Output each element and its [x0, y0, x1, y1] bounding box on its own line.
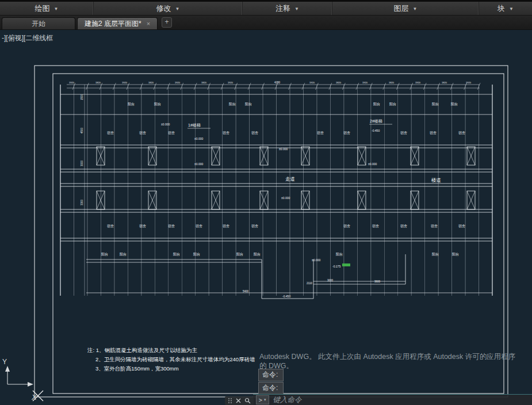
- svg-text:宿舍: 宿舍: [139, 131, 146, 135]
- svg-text:阳台: 阳台: [373, 102, 380, 106]
- ribbon-tab-annotate-label: 注释: [275, 3, 290, 14]
- svg-text:阳台: 阳台: [229, 102, 236, 106]
- svg-text:1820: 1820: [442, 81, 447, 84]
- close-icon[interactable]: ×: [147, 21, 150, 27]
- svg-text:宿舍: 宿舍: [458, 224, 465, 228]
- command-prompt-icon[interactable]: > ▾: [256, 395, 269, 404]
- svg-text:±0.000: ±0.000: [279, 147, 288, 151]
- svg-text:阳台: 阳台: [389, 102, 396, 106]
- svg-text:2、卫生间分隔墙为砖砌隔墙，其余未标注尺寸墙体均为240厚砖: 2、卫生间分隔墙为砖砌隔墙，其余未标注尺寸墙体均为240厚砖墙: [95, 356, 255, 362]
- svg-text:阳台: 阳台: [236, 253, 243, 257]
- svg-text:1820: 1820: [148, 81, 154, 84]
- ribbon-bar: 绘图 ▼ 修改 ▼ 注释 ▼ 图层 ▼ 块 ▼: [0, 0, 532, 16]
- svg-text:宿舍: 宿舍: [251, 131, 258, 135]
- command-message-line2: 的 DWG。: [259, 361, 532, 370]
- ribbon-tab-modify[interactable]: 修改 ▼: [94, 2, 243, 15]
- search-icon[interactable]: [244, 398, 251, 404]
- new-tab-button[interactable]: +: [162, 17, 172, 28]
- svg-text:宿舍: 宿舍: [107, 224, 114, 228]
- svg-text:走道: 走道: [285, 176, 295, 182]
- svg-text:宿舍: 宿舍: [139, 224, 146, 228]
- svg-text:阳台: 阳台: [245, 102, 252, 106]
- svg-text:宿舍: 宿舍: [343, 131, 350, 135]
- ribbon-tab-block-label: 块: [497, 3, 505, 14]
- svg-text:±0.000: ±0.000: [368, 162, 377, 166]
- prompt-caret-icon: >: [259, 397, 262, 403]
- file-tab-bar: 开始 建施2 底层平面图* × +: [0, 16, 532, 30]
- ribbon-tab-layers[interactable]: 图层 ▼: [332, 2, 479, 15]
- chevron-down-icon: ▼: [413, 6, 418, 12]
- tab-start-label: 开始: [32, 19, 45, 29]
- grip-dots-icon[interactable]: [228, 398, 232, 404]
- svg-text:宿舍: 宿舍: [196, 224, 202, 228]
- svg-text:阳台: 阳台: [120, 253, 127, 257]
- chevron-down-icon: ▼: [54, 6, 59, 12]
- svg-text:宿舍: 宿舍: [251, 224, 258, 228]
- svg-text:X: X: [31, 393, 37, 402]
- svg-text:1920: 1920: [122, 81, 128, 84]
- svg-text:宿舍: 宿舍: [223, 224, 229, 228]
- svg-text:4500: 4500: [81, 127, 83, 133]
- command-input-placeholder: 键入命令: [273, 395, 302, 405]
- command-prompt-history-2: 命令:: [258, 382, 284, 395]
- close-icon[interactable]: [236, 398, 241, 403]
- svg-text:3300: 3300: [81, 199, 83, 205]
- ribbon-tab-block[interactable]: 块 ▼: [479, 2, 532, 15]
- command-prompt-history-1: 命令:: [258, 369, 284, 381]
- svg-text:1920: 1920: [175, 81, 181, 84]
- svg-text:±0.000: ±0.000: [194, 162, 203, 166]
- tab-drawing-active[interactable]: 建施2 底层平面图* ×: [77, 17, 158, 29]
- svg-text:阳台: 阳台: [193, 253, 200, 257]
- svg-text:-0.450: -0.450: [372, 129, 380, 132]
- tab-start[interactable]: 开始: [2, 17, 75, 29]
- svg-text:5400: 5400: [243, 290, 249, 293]
- svg-text:阳台: 阳台: [432, 102, 439, 106]
- floor-plan-drawing: 阳台阳台阳台阳台阳台阳台阳台阳台宿舍宿舍宿舍宿舍宿舍宿舍宿舍宿舍宿舍宿舍1#楼梯…: [0, 30, 532, 405]
- svg-text:宿舍: 宿舍: [317, 131, 324, 135]
- svg-text:2110: 2110: [307, 282, 312, 285]
- svg-text:宿舍: 宿舍: [107, 131, 114, 135]
- svg-text:1820: 1820: [389, 81, 395, 84]
- ribbon-tab-draw[interactable]: 绘图 ▼: [0, 2, 94, 15]
- svg-text:-0.175: -0.175: [332, 265, 340, 268]
- svg-text:3000: 3000: [327, 279, 334, 282]
- svg-text:1820: 1820: [95, 81, 101, 84]
- svg-text:宿舍: 宿舍: [343, 224, 350, 228]
- ribbon-tab-layers-label: 图层: [394, 3, 409, 14]
- svg-text:1920: 1920: [228, 81, 234, 84]
- svg-text:1#楼梯: 1#楼梯: [188, 123, 201, 128]
- ribbon-tab-modify-label: 修改: [156, 3, 171, 14]
- svg-text:3600: 3600: [374, 280, 381, 283]
- chevron-down-icon: ▼: [509, 6, 514, 12]
- svg-text:1820: 1820: [336, 81, 342, 84]
- command-history-message: Autodesk DWG。 此文件上次由 Autodesk 应用程序或 Auto…: [259, 352, 532, 370]
- chevron-down-icon: ▾: [264, 398, 266, 402]
- command-input-row[interactable]: > ▾ 键入命令: [253, 394, 532, 405]
- command-message-line1: Autodesk DWG。 此文件上次由 Autodesk 应用程序或 Auto…: [259, 352, 532, 361]
- svg-text:1920: 1920: [466, 81, 472, 84]
- tab-drawing-label: 建施2 底层平面图*: [85, 19, 141, 29]
- svg-text:宿舍: 宿舍: [458, 131, 465, 135]
- svg-text:楼道: 楼道: [431, 177, 441, 183]
- svg-text:1920: 1920: [69, 81, 75, 84]
- svg-text:阳台: 阳台: [451, 102, 458, 106]
- svg-text:1820: 1820: [201, 81, 207, 84]
- svg-text:1920: 1920: [362, 81, 368, 84]
- svg-text:宿舍: 宿舍: [431, 224, 438, 228]
- ribbon-tab-annotate[interactable]: 注释 ▼: [243, 2, 332, 15]
- svg-text:阳台: 阳台: [452, 253, 459, 257]
- svg-text:±0.000: ±0.000: [281, 196, 290, 200]
- svg-text:宿舍: 宿舍: [400, 131, 407, 135]
- model-space-canvas[interactable]: -][俯视][二维线框 阳台阳台阳台阳台阳台阳台阳台阳台宿舍宿舍宿舍宿舍宿舍宿舍…: [0, 30, 532, 405]
- svg-text:宿舍: 宿舍: [372, 224, 379, 228]
- ribbon-tab-draw-label: 绘图: [35, 3, 50, 14]
- svg-text:1920: 1920: [415, 81, 421, 84]
- svg-text:阳台: 阳台: [101, 253, 108, 257]
- svg-text:宿舍: 宿舍: [430, 131, 437, 135]
- chevron-down-icon: ▼: [294, 6, 299, 12]
- chevron-down-icon: ▼: [175, 6, 180, 12]
- svg-text:宿舍: 宿舍: [168, 131, 175, 135]
- svg-text:阳台: 阳台: [154, 102, 161, 106]
- viewport-controls[interactable]: -][俯视][二维线框: [2, 33, 53, 43]
- command-palette-controls: [225, 396, 254, 405]
